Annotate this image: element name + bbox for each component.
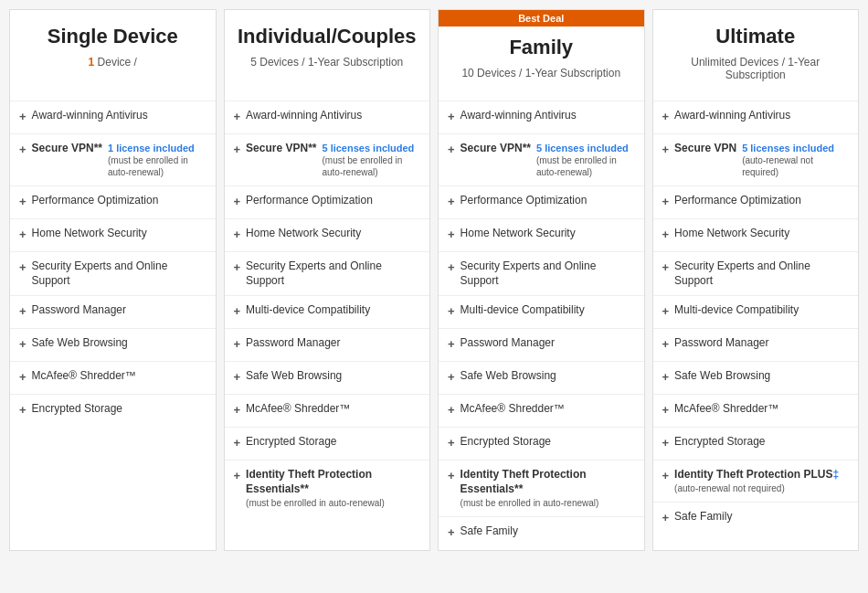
feature-row: +Security Experts and Online Support xyxy=(439,252,644,296)
feature-row: +Secure VPN**5 licenses included(must be… xyxy=(439,134,644,186)
feature-text: Performance Optimization xyxy=(674,194,849,208)
feature-row: +Award-winning Antivirus xyxy=(10,101,216,134)
feature-row: +Performance Optimization xyxy=(10,186,216,219)
feature-text: Encrypted Storage xyxy=(460,435,635,450)
feature-text: Award-winning Antivirus xyxy=(32,109,206,123)
feature-row: +Home Network Security xyxy=(10,219,216,252)
plan-title-ultimate: Ultimate xyxy=(664,25,848,48)
feature-text: Home Network Security xyxy=(32,227,206,241)
feature-row: +McAfee® Shredder™ xyxy=(439,395,644,428)
feature-row: +McAfee® Shredder™ xyxy=(10,362,216,395)
feature-text: Identity Theft Protection Essentials**(m… xyxy=(246,468,420,508)
feature-row: +Identity Theft Protection Essentials**(… xyxy=(225,461,430,515)
feature-row: +Secure VPN**1 license included(must be … xyxy=(10,134,216,186)
feature-text: Password Manager xyxy=(32,303,206,318)
feature-row: +Multi-device Compatibility xyxy=(653,296,859,329)
plus-icon: + xyxy=(662,304,670,318)
feature-text: Secure VPN5 licenses included(auto-renew… xyxy=(674,142,849,178)
feature-row: +Performance Optimization xyxy=(653,186,859,219)
plus-icon: + xyxy=(234,370,241,384)
plan-column-family: Best DealFamily10 Devices / 1-Year Subsc… xyxy=(438,9,645,551)
plus-icon: + xyxy=(448,436,455,450)
feature-text: McAfee® Shredder™ xyxy=(246,402,420,417)
feature-text: Multi-device Compatibility xyxy=(246,303,420,318)
plus-icon: + xyxy=(448,337,455,351)
plus-icon: + xyxy=(234,110,241,123)
plus-icon: + xyxy=(662,403,670,417)
plan-subtitle-ultimate: Unlimited Devices / 1-Year Subscription xyxy=(664,56,848,81)
plus-icon: + xyxy=(234,436,241,450)
feature-text: Performance Optimization xyxy=(246,194,420,208)
plus-icon: + xyxy=(19,403,26,417)
feature-text: Identity Theft Protection Essentials**(m… xyxy=(460,468,635,508)
feature-row: +Safe Web Browsing xyxy=(10,329,216,362)
feature-text: Safe Family xyxy=(460,524,635,539)
feature-row: +Safe Family xyxy=(439,517,644,550)
feature-row: +Award-winning Antivirus xyxy=(439,101,644,134)
plus-icon: + xyxy=(448,228,455,241)
plus-icon: + xyxy=(448,304,455,318)
plus-icon: + xyxy=(234,469,241,482)
plus-icon: + xyxy=(662,511,670,524)
plans-container: Single Device1 Device / +Award-winning A… xyxy=(9,9,859,551)
feature-text: Safe Web Browsing xyxy=(32,336,206,351)
plus-icon: + xyxy=(448,469,455,482)
feature-text: Password Manager xyxy=(246,336,420,351)
feature-row: +Performance Optimization xyxy=(225,186,430,219)
feature-row: +Safe Web Browsing xyxy=(225,362,430,395)
feature-text: Safe Web Browsing xyxy=(674,369,849,384)
feature-text: Password Manager xyxy=(460,336,635,351)
feature-row: +Safe Web Browsing xyxy=(653,362,859,395)
plus-icon: + xyxy=(448,403,455,417)
feature-row: +Secure VPN5 licenses included(auto-rene… xyxy=(653,134,859,186)
plus-icon: + xyxy=(662,337,670,351)
plan-subtitle-individual: 5 Devices / 1-Year Subscription xyxy=(236,56,419,69)
plus-icon: + xyxy=(448,525,455,539)
plan-title-individual: Individual/Couples xyxy=(236,25,419,48)
feature-row: +Encrypted Storage xyxy=(10,395,216,428)
plus-icon: + xyxy=(19,337,26,351)
plus-icon: + xyxy=(448,260,455,274)
plus-icon: + xyxy=(448,110,455,123)
plan-column-ultimate: UltimateUnlimited Devices / 1-Year Subsc… xyxy=(652,9,860,551)
plan-title-family: Family xyxy=(450,36,633,59)
plus-icon: + xyxy=(662,228,670,241)
feature-row: +Security Experts and Online Support xyxy=(10,252,216,296)
feature-row: +Security Experts and Online Support xyxy=(653,252,859,296)
plus-icon: + xyxy=(662,143,670,156)
plus-icon: + xyxy=(19,228,26,241)
feature-text: Secure VPN**5 licenses included(must be … xyxy=(246,142,420,178)
feature-row: +Performance Optimization xyxy=(439,186,644,219)
feature-row: +Password Manager xyxy=(439,329,644,362)
plan-column-individual: Individual/Couples5 Devices / 1-Year Sub… xyxy=(224,9,431,551)
feature-row: +Encrypted Storage xyxy=(225,428,430,461)
plus-icon: + xyxy=(234,195,241,208)
feature-text: Home Network Security xyxy=(246,227,420,241)
feature-text: Password Manager xyxy=(674,336,849,351)
plus-icon: + xyxy=(234,304,241,318)
feature-text: McAfee® Shredder™ xyxy=(674,402,849,417)
feature-row: +McAfee® Shredder™ xyxy=(225,395,430,428)
feature-row: +Password Manager xyxy=(10,296,216,329)
feature-text: Safe Web Browsing xyxy=(460,369,635,384)
feature-text: Encrypted Storage xyxy=(246,435,420,450)
plan-subtitle-family: 10 Devices / 1-Year Subscription xyxy=(450,67,633,79)
feature-row: +Home Network Security xyxy=(653,219,859,252)
plus-icon: + xyxy=(19,370,26,384)
feature-row: +Home Network Security xyxy=(439,219,644,252)
feature-row: +Award-winning Antivirus xyxy=(653,101,859,134)
feature-text: McAfee® Shredder™ xyxy=(460,402,635,417)
feature-text: Safe Family xyxy=(674,510,849,524)
feature-row: +Encrypted Storage xyxy=(653,428,859,461)
plus-icon: + xyxy=(662,436,670,450)
feature-text: Home Network Security xyxy=(674,227,849,241)
feature-row: +Award-winning Antivirus xyxy=(225,101,430,134)
feature-text: Award-winning Antivirus xyxy=(246,109,420,123)
feature-text: Encrypted Storage xyxy=(32,402,206,417)
feature-text: Identity Theft Protection PLUS‡(auto-ren… xyxy=(674,468,849,494)
plus-icon: + xyxy=(19,304,26,318)
feature-row: +Password Manager xyxy=(225,329,430,362)
feature-text: Performance Optimization xyxy=(32,194,206,208)
best-deal-badge: Best Deal xyxy=(439,10,644,26)
plus-icon: + xyxy=(662,195,670,208)
